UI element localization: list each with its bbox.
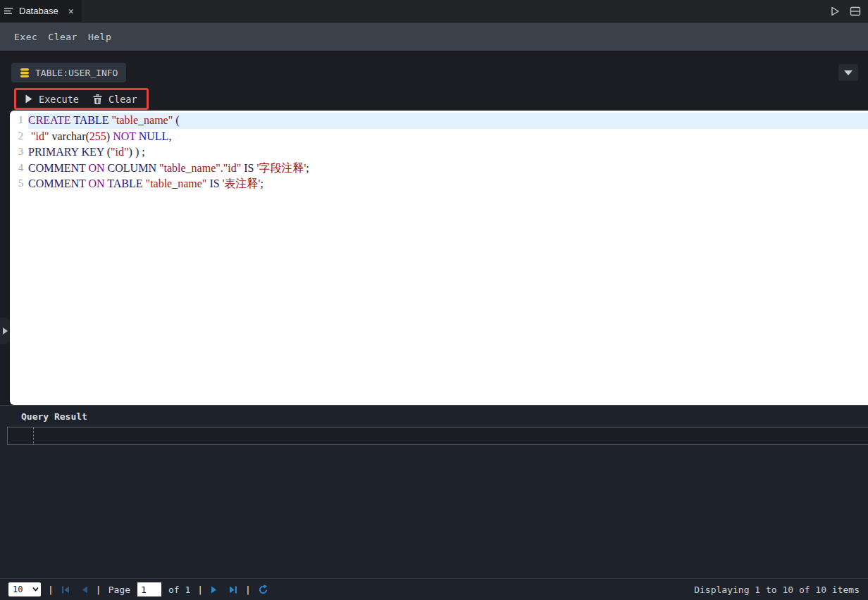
editor-dropdown-button[interactable] [838, 64, 858, 81]
table-selector-chip[interactable]: TABLE:USER_INFO [11, 63, 126, 82]
list-icon [4, 6, 13, 15]
page-label: Page [108, 585, 130, 595]
query-result-panel: Query Result 10 | | Page of 1 | | [0, 405, 868, 600]
table-selector-label: TABLE:USER_INFO [35, 68, 118, 78]
trash-icon [93, 94, 102, 104]
clear-button[interactable]: Clear [93, 94, 137, 105]
menu-item-clear[interactable]: Clear [48, 32, 78, 42]
execute-clear-highlight-box: Execute Clear [14, 88, 149, 110]
tab-close-icon[interactable]: ✕ [68, 6, 74, 16]
column-divider [33, 427, 34, 444]
menu-bar: Exec Clear Help [0, 23, 868, 52]
chevron-right-icon [3, 327, 8, 335]
query-toolbar: TABLE:USER_INFO Execute Clear [0, 52, 868, 111]
clear-label: Clear [108, 94, 137, 105]
code-line[interactable]: 5COMMENT ON TABLE "table_name" IS '表注释'; [10, 176, 868, 192]
separator: | [48, 585, 54, 595]
refresh-button[interactable] [258, 585, 268, 595]
code-line[interactable]: 3PRIMARY KEY ("id") ) ; [10, 144, 868, 161]
line-number: 1 [10, 113, 28, 129]
tab-database[interactable]: Database ✕ [0, 0, 82, 23]
split-editor-icon[interactable] [850, 6, 861, 17]
sidebar-expand-handle[interactable] [0, 318, 10, 344]
code-line[interactable]: 2 "id" varchar(255) NOT NULL, [10, 129, 868, 145]
play-icon [25, 94, 32, 104]
next-page-button[interactable] [210, 585, 218, 594]
line-number: 3 [10, 144, 28, 161]
prev-page-button[interactable] [80, 585, 89, 594]
code-line[interactable]: 4COMMENT ON COLUMN "table_name"."id" IS … [10, 161, 868, 177]
pagination-status-text: Displaying 1 to 10 of 10 items [694, 585, 860, 595]
window-top-bar: Database ✕ [0, 0, 868, 23]
menu-item-exec[interactable]: Exec [14, 32, 37, 42]
code-lines[interactable]: 1CREATE TABLE "table_name" (2 "id" varch… [10, 111, 868, 405]
separator: | [96, 585, 101, 595]
tab-title: Database [19, 6, 58, 16]
sql-editor: 1CREATE TABLE "table_name" (2 "id" varch… [0, 111, 868, 405]
line-number: 5 [10, 176, 28, 192]
page-size-dropdown[interactable]: 10 [8, 582, 41, 596]
page-of-label: of 1 [168, 585, 190, 595]
line-number: 4 [10, 161, 28, 177]
result-table-body [7, 446, 868, 578]
code-line[interactable]: 1CREATE TABLE "table_name" ( [10, 113, 868, 129]
page-number-input[interactable] [137, 582, 161, 596]
run-file-icon[interactable] [829, 6, 841, 17]
last-page-button[interactable] [228, 585, 238, 594]
editor-left-gutter-strip [0, 111, 10, 405]
database-icon [20, 68, 30, 78]
execute-label: Execute [39, 94, 79, 105]
pagination-bar: 10 | | Page of 1 | | Displaying 1 to 10 … [0, 578, 868, 600]
chevron-down-icon [844, 70, 852, 75]
result-table-header-row [7, 427, 868, 445]
execute-button[interactable]: Execute [25, 94, 79, 105]
line-number: 2 [10, 129, 28, 145]
menu-item-help[interactable]: Help [88, 32, 111, 42]
query-result-title: Query Result [0, 406, 868, 422]
separator: | [245, 585, 251, 595]
first-page-button[interactable] [61, 585, 70, 594]
page-size-select[interactable]: 10 [8, 582, 41, 596]
separator: | [197, 585, 203, 595]
